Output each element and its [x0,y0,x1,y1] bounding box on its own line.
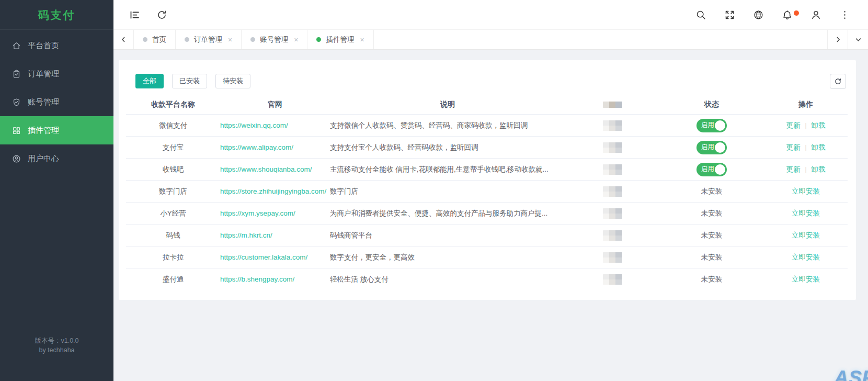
sidebar-collapse-button[interactable] [129,9,140,20]
plugin-name-cell: 支付宝 [126,143,220,152]
table-row: 支付宝https://www.alipay.com/支持支付宝个人收款码、经营码… [126,136,848,158]
censored-cell [565,120,659,131]
action-separator: | [805,122,806,129]
plugin-desc-cell: 支持微信个人收款码、赞赏码、经营码、商家码收款，监听回调 [330,121,565,130]
sidebar-item-home[interactable]: 平台首页 [0,31,113,60]
update-link[interactable]: 更新 [786,143,800,151]
tabs-scroll-left-button[interactable] [113,30,134,49]
search-button[interactable] [695,9,706,20]
tab-close-icon[interactable]: × [294,36,298,43]
tab-订单管理[interactable]: 订单管理× [176,30,242,49]
sidebar-item-user[interactable]: 用户中心 [0,144,113,173]
tab-label: 账号管理 [260,35,288,44]
plugin-status-cell: 未安装 [659,209,764,218]
user-icon [810,9,821,20]
plugin-site-link[interactable]: https://www.alipay.com/ [220,143,293,151]
search-icon [695,9,706,20]
sidebar-item-label: 订单管理 [28,69,59,79]
plugin-desc-cell: 数字支付，更安全，更高效 [330,253,565,262]
table-refresh-button[interactable] [830,74,846,89]
tab-close-icon[interactable]: × [360,36,364,43]
filter-button-已安装[interactable]: 已安装 [172,74,207,88]
app-logo: 码支付 [0,0,113,30]
plugin-site-cell: https://weixin.qq.com/ [220,121,330,129]
update-link[interactable]: 更新 [786,121,800,129]
install-now-link[interactable]: 立即安装 [792,231,820,239]
sidebar-item-label: 插件管理 [28,126,59,136]
watermark: ASP300 源码 asp300.cn 激活 Windows [831,367,868,381]
chevron-left-icon [120,36,128,43]
enable-toggle[interactable]: 启用 [696,163,727,176]
tab-label: 首页 [152,35,166,44]
plugin-site-link[interactable]: https://customer.lakala.com/ [220,253,307,261]
table-row: 盛付通https://b.shengpay.com/轻松生活 放心支付未安装立即… [126,268,848,290]
toggle-label: 启用 [701,121,714,130]
tabs-menu-button[interactable] [848,30,868,49]
more-options-button[interactable] [839,9,850,20]
collapse-icon [129,9,140,20]
tab-label: 订单管理 [194,35,222,44]
install-now-link[interactable]: 立即安装 [792,275,820,283]
fullscreen-button[interactable] [724,9,735,20]
main-area: 首页订单管理×账号管理×插件管理× 全部已安装待安装 收款平台名称官网说明状态操… [113,0,868,381]
notifications-button[interactable] [782,9,793,20]
language-button[interactable] [753,9,764,20]
toggle-label: 启用 [701,165,714,174]
plugin-site-cell: https://www.shouqianba.com/ [220,165,330,173]
status-not-installed: 未安装 [701,253,723,261]
plugin-name-cell: 收钱吧 [126,165,220,174]
sidebar-item-order[interactable]: 订单管理 [0,60,113,88]
shield-icon [12,98,21,107]
plugin-site-link[interactable]: https://b.shengpay.com/ [220,275,294,283]
watermark-brand: ASP300 [834,367,868,381]
table-row: 数字门店https://store.zhihuijingyingba.com/数… [126,180,848,202]
uninstall-link[interactable]: 卸载 [812,143,826,151]
more-icon [839,9,850,20]
uninstall-link[interactable]: 卸载 [812,121,826,129]
tab-首页[interactable]: 首页 [134,30,176,49]
plugin-name-cell: 盛付通 [126,275,220,284]
plugin-site-link[interactable]: https://m.hkrt.cn/ [220,231,272,239]
tab-插件管理[interactable]: 插件管理× [307,30,373,49]
sidebar-item-label: 用户中心 [28,154,59,164]
plugin-site-link[interactable]: https://www.shouqianba.com/ [220,165,312,173]
censored-block [603,164,622,175]
status-not-installed: 未安装 [701,231,723,239]
install-now-link[interactable]: 立即安装 [792,253,820,261]
plugin-site-link[interactable]: https://store.zhihuijingyingba.com/ [220,187,326,195]
censored-cell [565,164,659,175]
page-refresh-button[interactable] [156,9,167,20]
notification-dot [794,10,799,16]
enable-toggle[interactable]: 启用 [696,141,727,154]
sidebar-item-grid[interactable]: 插件管理 [0,116,113,144]
censored-cell [565,252,659,263]
plugin-name-cell: 数字门店 [126,187,220,196]
tabs-scroll-right-button[interactable] [827,30,848,49]
install-now-link[interactable]: 立即安装 [792,209,820,217]
censored-block [603,186,622,197]
censored-block [603,208,622,219]
plugin-actions-cell: 立即安装 [764,187,848,196]
update-link[interactable]: 更新 [786,165,800,173]
status-not-installed: 未安装 [701,187,723,195]
tabbar-right-controls [827,30,868,49]
account-button[interactable] [810,9,821,20]
sidebar-item-shield[interactable]: 账号管理 [0,88,113,116]
censored-cell [565,274,659,285]
filter-button-全部[interactable]: 全部 [135,74,164,88]
topbar-left-icons [129,9,167,20]
censored-block [603,120,622,131]
sidebar-footer: 版本号：v1.0.0 by techhaha [0,336,113,381]
tab-账号管理[interactable]: 账号管理× [242,30,307,49]
filter-button-待安装[interactable]: 待安装 [215,74,250,88]
column-header-desc: 说明 [330,100,565,109]
plugin-site-link[interactable]: https://weixin.qq.com/ [220,121,288,129]
censored-block [603,274,622,285]
enable-toggle[interactable]: 启用 [696,119,727,132]
tab-status-dot [250,37,255,42]
table-body: 微信支付https://weixin.qq.com/支持微信个人收款码、赞赏码、… [126,114,848,290]
plugin-site-link[interactable]: https://xym.ysepay.com/ [220,209,295,217]
tab-close-icon[interactable]: × [228,36,232,43]
uninstall-link[interactable]: 卸载 [812,165,826,173]
install-now-link[interactable]: 立即安装 [792,187,820,195]
